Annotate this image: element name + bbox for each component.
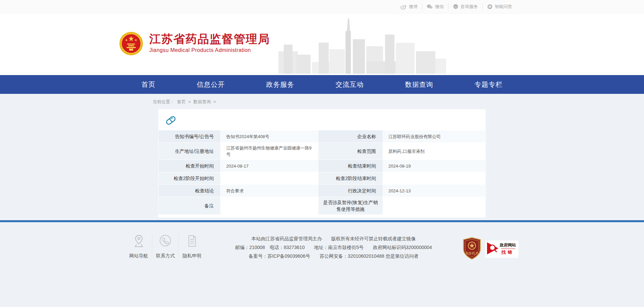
site-title: 江苏省药品监督管理局	[149, 32, 270, 46]
footer-line-icp: 备案号：苏ICP备09039606号 苏公网安备：32010602010488 …	[210, 252, 457, 260]
topbar-item-label: 微博	[409, 4, 418, 10]
footer-link-label: 联系方式	[152, 253, 178, 259]
cell-label: 检查2阶段结束时间	[318, 172, 383, 184]
table-row: 告知书编号/公告号 告知书2024年第408号 企业名称 江苏联环药业股份有限公…	[159, 130, 485, 142]
cell-label: 检查结论	[159, 185, 220, 197]
site-subtitle: Jiangsu Medical Products Administration	[149, 47, 270, 53]
site-header: 江苏省药品监督管理局 Jiangsu Medical Products Admi…	[0, 13, 644, 75]
wechat-icon	[427, 4, 433, 9]
cell-label: 告知书编号/公告号	[159, 130, 220, 142]
nav-item-data-query[interactable]: 数据查询	[402, 79, 437, 90]
topbar-item-label: 微信	[435, 4, 444, 10]
cell-label: 是否涉及暂停(恢复)生产销售使用等措施	[318, 197, 383, 214]
breadcrumb: 当前位置： 首页 > 数据查询 >	[153, 94, 491, 109]
footer-line-host: 本站由江苏省药品监督管理局主办 版权所有未经许可禁止转载或者建立镜像	[210, 234, 457, 243]
cell-label: 备注	[159, 197, 220, 214]
breadcrumb-prefix: 当前位置：	[153, 99, 174, 104]
table-row: 检查2阶段开始时间 检查2阶段结束时间	[159, 172, 485, 184]
cell-value: 2024-08-17	[221, 160, 318, 172]
cell-label: 行政决定时间	[318, 185, 383, 197]
weibo-icon	[400, 4, 407, 9]
party-gov-badge[interactable]: 党政机关	[462, 237, 482, 261]
cell-value: 2024-08-19	[383, 160, 485, 172]
nav-item-info-disclosure[interactable]: 信息公开	[194, 79, 228, 90]
cell-value	[221, 172, 318, 184]
cell-value: 江苏省扬州市扬州生物健康产业园健康一路9号	[221, 143, 318, 160]
nav-item-gov-services[interactable]: 政务服务	[263, 79, 298, 90]
gov-site-error-report-badge[interactable]: 政府网站 找错	[485, 240, 519, 258]
topbar-item-label: 智能问答	[495, 4, 512, 10]
table-row: 检查结论 符合要求 行政决定时间 2024-12-13	[159, 185, 485, 197]
svg-text:找错: 找错	[501, 250, 514, 255]
footer-link-contact[interactable]: 联系方式	[152, 234, 178, 259]
cell-label: 检查结束时间	[318, 160, 383, 172]
inspection-detail-card: 告知书编号/公告号 告知书2024年第408号 企业名称 江苏联环药业股份有限公…	[158, 109, 486, 218]
top-utility-bar: 微博 微信 咨询服务 智能问答	[0, 0, 644, 13]
cell-value: 符合要求	[221, 185, 318, 197]
nav-item-special-topics[interactable]: 专题专栏	[471, 79, 506, 90]
cell-value: 2024-12-13	[383, 185, 485, 197]
topbar-item-smart-qa[interactable]: 智能问答	[482, 4, 517, 10]
cell-label: 检查开始时间	[159, 160, 220, 172]
svg-text:政府网站: 政府网站	[499, 243, 516, 247]
table-row: 检查开始时间 2024-08-17 检查结束时间 2024-08-19	[159, 160, 485, 172]
cell-label: 检查2阶段开始时间	[159, 172, 220, 184]
footer-link-site-map[interactable]: 网站导航	[125, 234, 152, 259]
footer-link-privacy[interactable]: 隐私申明	[178, 234, 205, 259]
topbar-item-label: 咨询服务	[461, 4, 478, 10]
breadcrumb-separator: >	[213, 99, 216, 104]
cell-value	[221, 197, 318, 214]
phone-icon	[152, 234, 178, 249]
breadcrumb-home-link[interactable]: 首页	[177, 99, 186, 104]
site-footer: 网站导航 联系方式 隐私申明 本站由江苏省药品监督管理局主办 版权所有未经许可禁…	[0, 222, 644, 261]
breadcrumb-separator: >	[188, 99, 191, 104]
topbar-item-wechat[interactable]: 微信	[422, 4, 448, 10]
nav-item-home[interactable]: 首页	[138, 79, 159, 90]
topbar-item-consult[interactable]: 咨询服务	[448, 4, 482, 10]
robot-icon	[487, 4, 493, 9]
cell-value	[383, 172, 485, 184]
cell-label: 生产地址/注册地址	[159, 143, 220, 160]
chat-bubble-icon	[453, 4, 459, 9]
main-nav: 首页 信息公开 政务服务 交流互动 数据查询 专题专栏	[0, 75, 644, 94]
map-pin-icon	[125, 234, 152, 249]
cell-value	[383, 197, 485, 214]
inspection-table: 告知书编号/公告号 告知书2024年第408号 企业名称 江苏联环药业股份有限公…	[158, 130, 486, 215]
table-row: 生产地址/注册地址 江苏省扬州市扬州生物健康产业园健康一路9号 检查范围 原料药…	[159, 143, 485, 160]
cell-value: 原料药,口服溶液剂	[383, 143, 485, 160]
footer-link-label: 网站导航	[125, 253, 152, 259]
site-logo[interactable]: 江苏省药品监督管理局 Jiangsu Medical Products Admi…	[119, 13, 525, 56]
svg-text:党政机关: 党政机关	[465, 251, 479, 255]
cell-value: 江苏联环药业股份有限公司	[383, 130, 485, 142]
table-row: 备注 是否涉及暂停(恢复)生产销售使用等措施	[159, 197, 485, 214]
nav-item-interaction[interactable]: 交流互动	[332, 79, 367, 90]
national-emblem-icon	[119, 32, 143, 56]
footer-link-label: 隐私申明	[179, 253, 205, 259]
pill-icon	[164, 114, 486, 127]
cell-value: 告知书2024年第408号	[221, 130, 318, 142]
footer-line-contact: 邮编：210008 电话：83273610 地址：南京市鼓楼街5号 政府网站标识…	[210, 243, 457, 252]
topbar-item-weibo[interactable]: 微博	[396, 4, 422, 10]
document-icon	[179, 234, 205, 249]
cell-label: 企业名称	[318, 130, 383, 142]
cell-label: 检查范围	[318, 143, 383, 160]
breadcrumb-section-link[interactable]: 数据查询	[193, 99, 211, 104]
